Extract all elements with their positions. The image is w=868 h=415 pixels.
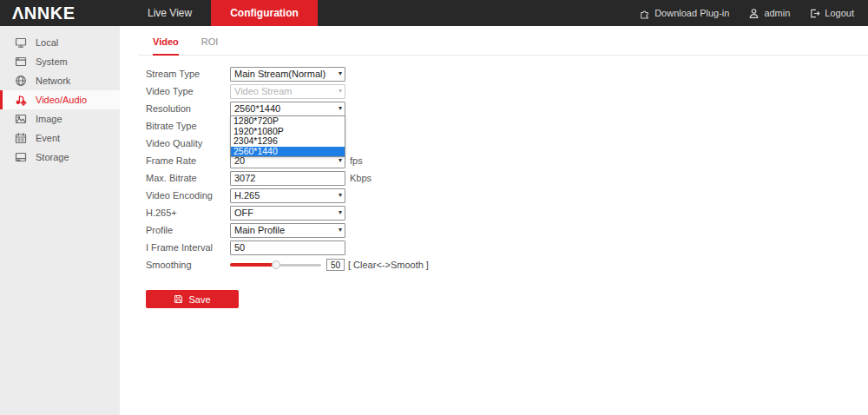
row-i-frame-interval: I Frame Interval <box>146 239 868 256</box>
resolution-option-selected[interactable]: 2560*1440 <box>231 147 345 157</box>
smoothing-slider-wrap: [ Clear<->Smooth ] <box>230 259 429 271</box>
sidebar: Local System Network <box>0 26 120 415</box>
topbar-spacer <box>318 0 639 26</box>
topbar: ΛNNKE Live View Configuration Download P… <box>0 0 868 26</box>
camera-config-app: ΛNNKE Live View Configuration Download P… <box>0 0 868 415</box>
slider-handle[interactable] <box>272 260 280 269</box>
resolution-value: 2560*1440 <box>234 103 280 114</box>
download-plugin-label: Download Plug-in <box>654 8 729 18</box>
video-type-select: Video Stream ▾ <box>230 84 345 99</box>
chevron-down-icon: ▾ <box>339 192 342 199</box>
field-label: Smoothing <box>146 260 230 270</box>
field-label: Video Type <box>146 86 230 96</box>
logout-icon <box>809 8 820 19</box>
max-bitrate-unit: Kbps <box>350 173 372 183</box>
resolution-option[interactable]: 1280*720P <box>231 116 345 127</box>
audio-video-icon <box>15 94 27 106</box>
resolution-option[interactable]: 2304*1296 <box>231 136 345 147</box>
sidebar-item-image[interactable]: Image <box>0 109 120 128</box>
topbar-right: Download Plug-in admin Logout <box>639 0 868 26</box>
save-button[interactable]: Save <box>146 290 239 308</box>
field-label: Video Quality <box>146 138 230 148</box>
sidebar-item-label: Network <box>36 76 70 86</box>
field-label: Max. Bitrate <box>146 173 230 183</box>
chevron-down-icon: ▾ <box>339 227 342 234</box>
topbar-tabs: Live View Configuration <box>128 0 318 26</box>
sidebar-item-system[interactable]: System <box>0 52 120 71</box>
storage-icon <box>15 151 27 163</box>
user-menu[interactable]: admin <box>748 8 790 19</box>
chevron-down-icon: ▾ <box>339 209 342 216</box>
chevron-down-icon: ▾ <box>339 70 342 77</box>
stream-type-value: Main Stream(Normal) <box>234 69 326 79</box>
video-encoding-value: H.265 <box>234 190 260 201</box>
row-smoothing: Smoothing [ Clear<->Smooth ] <box>146 256 868 273</box>
stream-type-select[interactable]: Main Stream(Normal) ▾ <box>230 67 345 82</box>
content-tabs: Video ROI <box>139 36 868 56</box>
sidebar-item-label: Storage <box>36 152 69 162</box>
field-label: Resolution <box>146 103 230 114</box>
field-label: Frame Rate <box>146 155 230 166</box>
video-encoding-select[interactable]: H.265 ▾ <box>230 188 345 203</box>
annke-logo: ΛNNKE <box>0 0 120 26</box>
row-h265-plus: H.265+ OFF ▾ <box>146 204 868 221</box>
resolution-dropdown-list: 1280*720P 1920*1080P 2304*1296 2560*1440 <box>230 115 345 157</box>
field-label: H.265+ <box>146 208 230 218</box>
image-icon <box>15 113 27 125</box>
video-type-value: Video Stream <box>234 86 292 96</box>
resolution-select[interactable]: 2560*1440 ▾ <box>230 102 345 116</box>
sidebar-item-label: Video/Audio <box>36 95 87 105</box>
calendar-icon <box>15 132 27 144</box>
max-bitrate-input[interactable] <box>230 171 345 186</box>
monitor-icon <box>15 36 27 49</box>
slider-fill <box>230 263 276 267</box>
h265-plus-value: OFF <box>234 208 253 218</box>
profile-select[interactable]: Main Profile ▾ <box>230 223 345 238</box>
field-label: Video Encoding <box>146 190 230 201</box>
tab-live-view[interactable]: Live View <box>128 0 211 26</box>
sidebar-item-label: Event <box>36 133 60 143</box>
sidebar-item-event[interactable]: Event <box>0 128 120 148</box>
row-video-encoding: Video Encoding H.265 ▾ <box>146 187 868 204</box>
row-profile: Profile Main Profile ▾ <box>146 221 868 239</box>
chevron-down-icon: ▾ <box>339 88 342 95</box>
sidebar-item-label: Image <box>36 114 62 124</box>
h265-plus-select[interactable]: OFF ▾ <box>230 206 345 221</box>
chevron-down-icon: ▾ <box>339 157 342 164</box>
row-video-type: Video Type Video Stream ▾ <box>146 82 868 100</box>
profile-value: Main Profile <box>234 225 285 235</box>
row-max-bitrate: Max. Bitrate Kbps <box>146 169 868 187</box>
sidebar-item-network[interactable]: Network <box>0 71 120 90</box>
smoothing-slider[interactable] <box>230 260 321 269</box>
tab-video[interactable]: Video <box>153 36 179 56</box>
sidebar-item-storage[interactable]: Storage <box>0 148 120 167</box>
smoothing-hint: [ Clear<->Smooth ] <box>348 260 429 270</box>
chevron-down-icon: ▾ <box>339 105 342 112</box>
main-content: Video ROI Stream Type Main Stream(Normal… <box>120 26 868 415</box>
tab-configuration[interactable]: Configuration <box>211 0 318 26</box>
field-label: Profile <box>146 225 230 235</box>
field-label: I Frame Interval <box>146 242 230 253</box>
field-label: Stream Type <box>146 69 230 79</box>
sidebar-item-video-audio[interactable]: Video/Audio <box>0 90 120 109</box>
field-label: Bitrate Type <box>146 121 230 131</box>
download-plugin-link[interactable]: Download Plug-in <box>639 8 729 19</box>
smoothing-value-input[interactable] <box>326 259 345 271</box>
save-button-label: Save <box>188 294 210 305</box>
i-frame-interval-input[interactable] <box>230 240 345 255</box>
tab-roi[interactable]: ROI <box>201 36 219 55</box>
username-label: admin <box>764 8 790 18</box>
frame-rate-unit: fps <box>350 155 363 166</box>
video-settings-form: Stream Type Main Stream(Normal) ▾ Video … <box>139 65 868 273</box>
sidebar-item-local[interactable]: Local <box>0 33 120 52</box>
sidebar-item-label: Local <box>36 37 58 48</box>
sidebar-item-label: System <box>36 56 68 67</box>
globe-icon <box>15 75 27 87</box>
row-stream-type: Stream Type Main Stream(Normal) ▾ <box>146 65 868 82</box>
save-icon <box>174 294 183 304</box>
user-icon <box>748 8 760 19</box>
logout-label: Logout <box>825 8 854 18</box>
row-resolution: Resolution 2560*1440 ▾ 1280*720P 1920*10… <box>146 100 868 117</box>
logout-button[interactable]: Logout <box>809 8 854 19</box>
system-icon <box>15 56 27 68</box>
